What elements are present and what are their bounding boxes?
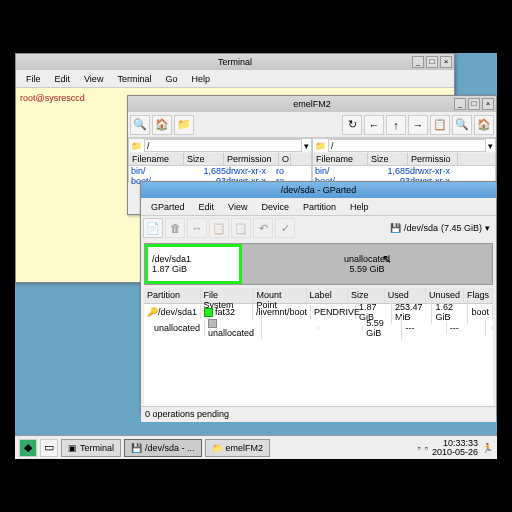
col-permission[interactable]: Permission — [224, 153, 279, 165]
terminal-titlebar[interactable]: Terminal _ □ × — [16, 54, 454, 70]
gp-statusbar: 0 operations pending — [141, 406, 496, 422]
device-name: /dev/sda — [404, 223, 438, 233]
menu-gparted[interactable]: GParted — [145, 200, 191, 214]
gparted-window: /dev/sda - GParted GParted Edit View Dev… — [140, 181, 497, 413]
file-row[interactable]: bin/ 1,685 drwxr-xr-x — [313, 166, 495, 176]
taskbar: ◆ ▭ ▣ Terminal 💾 /dev/sda - ... 📁 emelFM… — [15, 435, 497, 459]
folder-icon: 📁 — [131, 141, 142, 151]
fm-right-pane: 📁 ▾ Filename Size Permissio bin/ 1,685 d… — [312, 138, 496, 182]
col-label[interactable]: Label — [307, 288, 348, 303]
home-icon[interactable]: 🏠 — [152, 115, 172, 135]
part-size: 5.59 GiB — [350, 264, 385, 274]
col-filesystem[interactable]: File System — [201, 288, 254, 303]
clock: 10:33:33 2010-05-26 — [432, 439, 478, 457]
close-button[interactable]: × — [482, 98, 494, 110]
menu-partition[interactable]: Partition — [297, 200, 342, 214]
terminal-title: Terminal — [218, 57, 252, 67]
gp-titlebar[interactable]: /dev/sda - GParted — [141, 182, 496, 198]
partition-sda1[interactable]: /dev/sda1 1.87 GiB — [145, 244, 242, 284]
fm-toolbar: 🔍 🏠 📁 ↻ ← ↑ → 📋 🔍 🏠 — [128, 112, 496, 138]
minimize-button[interactable]: _ — [454, 98, 466, 110]
left-path-input[interactable] — [144, 139, 302, 152]
new-partition-icon[interactable]: 📄 — [143, 218, 163, 238]
close-button[interactable]: × — [440, 56, 452, 68]
copy-icon[interactable]: 📋 — [209, 218, 229, 238]
fm-titlebar[interactable]: emelFM2 _ □ × — [128, 96, 496, 112]
maximize-button[interactable]: □ — [426, 56, 438, 68]
part-size: 1.87 GiB — [152, 264, 235, 274]
table-row[interactable]: 🔑/dev/sda1 fat32 /livemnt/boot PENDRIVE … — [144, 304, 493, 320]
arrow-up-icon[interactable]: ↑ — [386, 115, 406, 135]
arrow-left-icon[interactable]: ← — [364, 115, 384, 135]
file-row[interactable]: bin/ 1,685 drwxr-xr-x ro — [129, 166, 311, 176]
start-menu-icon[interactable]: ◆ — [19, 439, 37, 457]
folder-icon[interactable]: 📁 — [174, 115, 194, 135]
right-path-input[interactable] — [328, 139, 486, 152]
user-icon[interactable]: 🏃 — [482, 443, 493, 453]
resize-icon[interactable]: ↔ — [187, 218, 207, 238]
copy-icon[interactable]: 📋 — [430, 115, 450, 135]
arrow-right-icon[interactable]: → — [408, 115, 428, 135]
menu-file[interactable]: File — [20, 72, 47, 86]
partition-unallocated[interactable]: unallocated 5.59 GiB ↖ — [242, 244, 492, 284]
menu-go[interactable]: Go — [159, 72, 183, 86]
terminal-menubar: File Edit View Terminal Go Help — [16, 70, 454, 88]
refresh-icon[interactable]: ↻ — [342, 115, 362, 135]
right-file-header: Filename Size Permissio — [313, 153, 495, 166]
fm-title: emelFM2 — [293, 99, 331, 109]
task-emelfm2[interactable]: 📁 emelFM2 — [205, 439, 271, 457]
menu-help[interactable]: Help — [185, 72, 216, 86]
col-filename[interactable]: Filename — [313, 153, 368, 165]
delete-icon[interactable]: 🗑 — [165, 218, 185, 238]
device-size: (7.45 GiB) — [441, 223, 482, 233]
partition-table: Partition File System Mount Point Label … — [144, 288, 493, 406]
col-partition[interactable]: Partition — [144, 288, 201, 303]
terminal-prompt: root@sysresccd — [20, 93, 85, 103]
col-size[interactable]: Size — [368, 153, 408, 165]
show-desktop-icon[interactable]: ▭ — [40, 439, 58, 457]
gp-menubar: GParted Edit View Device Partition Help — [141, 198, 496, 216]
menu-edit[interactable]: Edit — [49, 72, 77, 86]
col-size[interactable]: Size — [184, 153, 224, 165]
table-row[interactable]: unallocated unallocated 5.59 GiB --- --- — [144, 320, 493, 336]
undo-icon[interactable]: ↶ — [253, 218, 273, 238]
device-selector[interactable]: 💾 /dev/sda (7.45 GiB) ▾ — [386, 223, 494, 233]
home-icon[interactable]: 🏠 — [474, 115, 494, 135]
disk-icon: 💾 — [131, 443, 142, 453]
folder-icon: 📁 — [212, 443, 223, 453]
task-terminal[interactable]: ▣ Terminal — [61, 439, 121, 457]
minimize-button[interactable]: _ — [412, 56, 424, 68]
menu-terminal[interactable]: Terminal — [111, 72, 157, 86]
menu-edit[interactable]: Edit — [193, 200, 221, 214]
disk-icon: 💾 — [390, 223, 401, 233]
terminal-icon: ▣ — [68, 443, 77, 453]
col-permission[interactable]: Permissio — [408, 153, 458, 165]
part-name: /dev/sda1 — [152, 254, 235, 264]
dropdown-icon: ▾ — [485, 223, 490, 233]
paste-icon[interactable]: 📋 — [231, 218, 251, 238]
tray-icon[interactable]: ▫ — [418, 443, 421, 453]
maximize-button[interactable]: □ — [468, 98, 480, 110]
fm-left-pane: 📁 ▾ Filename Size Permission O bin/ 1,68… — [128, 138, 312, 182]
menu-help[interactable]: Help — [344, 200, 375, 214]
menu-device[interactable]: Device — [255, 200, 295, 214]
cursor-icon: ↖ — [382, 252, 392, 266]
col-mountpoint[interactable]: Mount Point — [254, 288, 307, 303]
tray-icon[interactable]: ▫ — [425, 443, 428, 453]
disk-diagram: /dev/sda1 1.87 GiB unallocated 5.59 GiB … — [144, 243, 493, 285]
gp-title: /dev/sda - GParted — [281, 185, 357, 195]
col-owner[interactable]: O — [279, 153, 291, 165]
fs-swatch-icon — [208, 319, 217, 328]
menu-view[interactable]: View — [222, 200, 253, 214]
task-gparted[interactable]: 💾 /dev/sda - ... — [124, 439, 202, 457]
dropdown-icon[interactable]: ▾ — [488, 141, 493, 151]
status-text: 0 operations pending — [145, 409, 229, 419]
key-icon: 🔑 — [147, 307, 158, 317]
dropdown-icon[interactable]: ▾ — [304, 141, 309, 151]
folder-icon: 📁 — [315, 141, 326, 151]
apply-icon[interactable]: ✓ — [275, 218, 295, 238]
col-filename[interactable]: Filename — [129, 153, 184, 165]
zoom-in-icon[interactable]: 🔍 — [130, 115, 150, 135]
menu-view[interactable]: View — [78, 72, 109, 86]
zoom-icon[interactable]: 🔍 — [452, 115, 472, 135]
